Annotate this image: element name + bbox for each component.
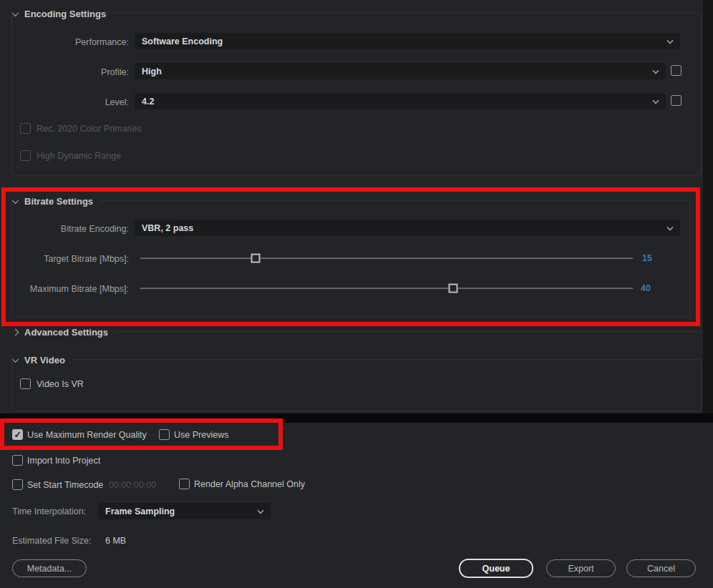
render-alpha-checkbox[interactable] xyxy=(179,479,190,489)
render-alpha-label: Render Alpha Channel Only xyxy=(194,479,305,490)
chevron-right-icon xyxy=(12,328,19,335)
performance-dropdown[interactable]: Software Encoding xyxy=(135,33,680,49)
use-max-render-quality-label: Use Maximum Render Quality xyxy=(27,429,147,441)
profile-override-checkbox[interactable] xyxy=(671,65,682,76)
import-into-project-label: Import Into Project xyxy=(27,455,100,466)
encoding-settings-header[interactable]: Encoding Settings xyxy=(13,7,113,20)
level-override-checkbox[interactable] xyxy=(671,95,682,106)
chevron-down-icon xyxy=(12,197,19,204)
estimated-file-size-label: Estimated File Size: xyxy=(12,536,91,546)
profile-dropdown[interactable]: High xyxy=(135,63,666,79)
chevron-down-icon xyxy=(666,37,673,44)
chevron-down-icon xyxy=(666,224,673,230)
level-label: Level: xyxy=(0,97,129,108)
video-is-vr-checkbox[interactable] xyxy=(20,378,31,389)
level-dropdown[interactable]: 4.2 xyxy=(135,93,666,109)
profile-value: High xyxy=(142,67,162,77)
section-title: Advanced Settings xyxy=(24,327,108,338)
chevron-down-icon xyxy=(257,507,263,514)
slider-handle[interactable] xyxy=(448,284,457,293)
advanced-settings-header[interactable]: Advanced Settings xyxy=(13,325,115,338)
bitrate-encoding-dropdown[interactable]: VBR, 2 pass xyxy=(135,220,680,236)
maximum-bitrate-value: 40 xyxy=(641,283,651,293)
target-bitrate-value: 15 xyxy=(642,253,652,263)
chevron-down-icon xyxy=(652,67,659,74)
slider-handle[interactable] xyxy=(251,254,260,263)
video-is-vr-label: Video Is VR xyxy=(37,378,84,390)
estimated-file-size-value: 6 MB xyxy=(105,536,126,546)
hdr-label: High Dynamic Range xyxy=(37,150,121,162)
use-max-render-quality-checkbox[interactable] xyxy=(12,429,23,440)
panel-separator xyxy=(0,413,713,423)
profile-label: Profile: xyxy=(0,67,129,78)
section-title: VR Video xyxy=(24,355,65,366)
maximum-bitrate-slider[interactable] xyxy=(140,288,633,289)
bitrate-settings-header[interactable]: Bitrate Settings xyxy=(13,195,100,207)
export-button[interactable]: Export xyxy=(546,559,616,577)
section-title: Encoding Settings xyxy=(24,9,106,19)
vr-video-box xyxy=(11,359,702,411)
chevron-down-icon xyxy=(652,97,659,104)
level-value: 4.2 xyxy=(142,97,154,107)
queue-button[interactable]: Queue xyxy=(459,559,533,578)
performance-value: Software Encoding xyxy=(142,36,223,46)
maximum-bitrate-label: Maximum Bitrate [Mbps]: xyxy=(0,283,129,295)
timecode-value: 00:00:00:00 xyxy=(109,480,156,490)
target-bitrate-slider[interactable] xyxy=(140,258,633,259)
rec2020-label: Rec. 2020 Color Primaries xyxy=(37,123,142,134)
set-start-timecode-label: Set Start Timecode xyxy=(27,479,103,491)
rec2020-checkbox xyxy=(20,123,31,134)
use-previews-label: Use Previews xyxy=(174,429,228,441)
use-previews-checkbox[interactable] xyxy=(159,429,170,440)
performance-label: Performance: xyxy=(0,36,129,48)
target-bitrate-label: Target Bitrate [Mbps]: xyxy=(0,253,129,265)
hdr-checkbox xyxy=(20,150,31,161)
time-interpolation-value: Frame Sampling xyxy=(105,506,175,516)
cancel-button[interactable]: Cancel xyxy=(626,559,696,577)
time-interpolation-label: Time Interpolation: xyxy=(12,506,86,516)
vr-video-header[interactable]: VR Video xyxy=(13,353,72,366)
set-start-timecode-checkbox[interactable] xyxy=(12,479,23,490)
import-into-project-checkbox[interactable] xyxy=(12,455,23,466)
chevron-down-icon xyxy=(12,356,19,363)
chevron-down-icon xyxy=(12,9,19,16)
section-title: Bitrate Settings xyxy=(24,196,93,207)
bitrate-encoding-label: Bitrate Encoding: xyxy=(0,223,129,235)
bitrate-encoding-value: VBR, 2 pass xyxy=(142,223,193,233)
scrollbar-gutter[interactable] xyxy=(703,0,713,413)
metadata-button[interactable]: Metadata... xyxy=(12,559,87,577)
time-interpolation-dropdown[interactable]: Frame Sampling xyxy=(98,503,271,519)
